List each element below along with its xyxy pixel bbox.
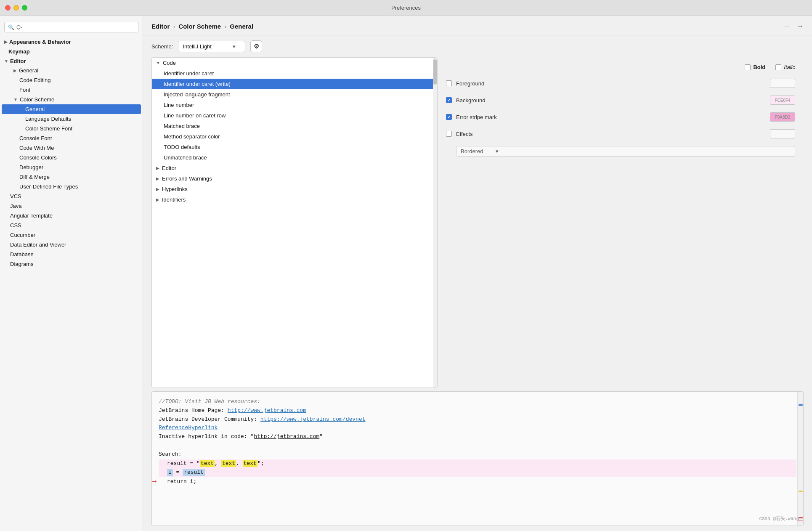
tree-item-label: Line number bbox=[164, 102, 194, 108]
tree-item-identifier-under-caret-write[interactable]: Identifier under caret (write) bbox=[152, 79, 437, 89]
bold-check[interactable]: Bold bbox=[745, 64, 765, 70]
sidebar-item-user-defined[interactable]: User-Defined File Types bbox=[2, 182, 141, 191]
tree-item-label: Method separator color bbox=[164, 133, 220, 140]
sidebar-item-debugger[interactable]: Debugger bbox=[2, 162, 141, 172]
scheme-bar: Scheme: IntelliJ Light ▾ ⚙ bbox=[143, 35, 812, 57]
sidebar-item-label: Debugger bbox=[19, 164, 43, 170]
tree-item-todo-defaults[interactable]: TODO defaults bbox=[152, 142, 437, 152]
breadcrumb-editor: Editor bbox=[151, 23, 170, 30]
sidebar-item-angular[interactable]: Angular Template bbox=[2, 211, 141, 220]
chevron-down-icon: ▼ bbox=[156, 61, 160, 65]
sidebar-item-console-font[interactable]: Console Font bbox=[2, 133, 141, 143]
italic-check[interactable]: Italic bbox=[775, 64, 795, 70]
sidebar-item-label: Database bbox=[10, 251, 34, 258]
error-stripe-checkbox[interactable] bbox=[446, 114, 452, 120]
tree-item-editor[interactable]: ▶ Editor bbox=[152, 163, 437, 173]
sidebar-item-java[interactable]: Java bbox=[2, 201, 141, 211]
sidebar-item-console-colors[interactable]: Console Colors bbox=[2, 153, 141, 162]
background-color-swatch[interactable]: FCE8F4 bbox=[770, 96, 795, 105]
sidebar-item-database[interactable]: Database bbox=[2, 250, 141, 259]
foreground-color-swatch[interactable] bbox=[770, 79, 795, 88]
chevron-right-icon: ▶ bbox=[4, 40, 8, 44]
tree-item-line-number[interactable]: Line number bbox=[152, 100, 437, 110]
close-button[interactable] bbox=[5, 5, 11, 11]
tree-item-matched-brace[interactable]: Matched brace bbox=[152, 121, 437, 131]
chevron-right-icon: ▶ bbox=[156, 166, 159, 170]
error-stripe-color-swatch[interactable]: F0A8D2 bbox=[770, 112, 795, 122]
preview-scrollbar[interactable] bbox=[797, 392, 803, 526]
sidebar-item-code-with-me[interactable]: Code With Me bbox=[2, 143, 141, 153]
search-input[interactable] bbox=[16, 24, 135, 30]
sidebar-item-keymap[interactable]: Keymap bbox=[0, 46, 143, 56]
sidebar-item-color-scheme-font[interactable]: Color Scheme Font bbox=[2, 124, 141, 133]
preview-result-keyword: result = " bbox=[167, 460, 200, 467]
minimize-button[interactable] bbox=[13, 5, 19, 11]
tree-scrollbar-thumb[interactable] bbox=[433, 59, 437, 85]
gear-icon: ⚙ bbox=[254, 42, 259, 50]
sidebar-item-diff-merge[interactable]: Diff & Merge bbox=[2, 172, 141, 182]
sidebar-item-label: Diff & Merge bbox=[19, 174, 50, 180]
sidebar-item-language-defaults[interactable]: Language Defaults bbox=[2, 114, 141, 124]
italic-checkbox[interactable] bbox=[775, 64, 781, 70]
tree-scrollbar[interactable] bbox=[433, 58, 437, 388]
effects-dropdown[interactable]: Bordered ▾ bbox=[456, 146, 795, 157]
sidebar-item-code-editing[interactable]: Code Editing bbox=[2, 75, 141, 85]
sidebar-item-diagrams[interactable]: Diagrams bbox=[2, 259, 141, 269]
effects-row: Effects bbox=[446, 129, 795, 138]
gear-button[interactable]: ⚙ bbox=[250, 40, 262, 52]
scheme-dropdown[interactable]: IntelliJ Light ▾ bbox=[178, 41, 245, 52]
error-stripe-color-value: F0A8D2 bbox=[775, 115, 791, 119]
sidebar-item-label: Language Defaults bbox=[25, 116, 71, 122]
scheme-value: IntelliJ Light bbox=[183, 43, 212, 50]
tree-item-method-separator[interactable]: Method separator color bbox=[152, 131, 437, 142]
sidebar-item-appearance[interactable]: ▶ Appearance & Behavior bbox=[0, 37, 143, 46]
tree-item-unmatched-brace[interactable]: Unmatched brace bbox=[152, 152, 437, 163]
effects-color-swatch[interactable] bbox=[770, 129, 795, 138]
tree-item-identifier-under-caret[interactable]: Identifier under caret bbox=[152, 68, 437, 79]
tree-item-code[interactable]: ▼ Code bbox=[152, 58, 437, 68]
preview-line-3: JetBrains Developer Community: https://w… bbox=[159, 415, 796, 424]
preview-code-line3: return i; bbox=[159, 478, 796, 486]
breadcrumb-general: General bbox=[230, 23, 253, 30]
sidebar-search-container[interactable]: 🔍 bbox=[4, 22, 138, 32]
effects-label: Effects bbox=[456, 131, 766, 137]
tree-item-label: TODO defaults bbox=[164, 144, 200, 150]
sidebar-item-data-editor[interactable]: Data Editor and Viewer bbox=[2, 240, 141, 250]
tree-item-hyperlinks[interactable]: ▶ Hyperlinks bbox=[152, 184, 437, 194]
window-controls[interactable] bbox=[5, 5, 27, 11]
preview-line-1: //TODO: Visit JB Web resources: bbox=[159, 398, 796, 406]
foreground-checkbox[interactable] bbox=[446, 80, 452, 86]
sidebar-item-vcs[interactable]: VCS bbox=[2, 191, 141, 201]
sidebar-item-font[interactable]: Font bbox=[2, 85, 141, 95]
chevron-down-icon: ▼ bbox=[4, 59, 8, 64]
preview-devnet-link[interactable]: https://www.jetbrains.com/devnet bbox=[260, 416, 366, 422]
preview-jetbrains-link[interactable]: http://www.jetbrains.com bbox=[228, 407, 306, 414]
effects-checkbox[interactable] bbox=[446, 131, 452, 137]
tree-item-label: Line number on caret row bbox=[164, 112, 226, 119]
nav-arrows: ← → bbox=[783, 22, 804, 31]
back-button[interactable]: ← bbox=[783, 22, 791, 31]
sidebar-item-label: Code With Me bbox=[19, 145, 54, 151]
sidebar-item-css[interactable]: CSS bbox=[2, 220, 141, 230]
sidebar-item-editor[interactable]: ▼ Editor bbox=[0, 56, 143, 66]
maximize-button[interactable] bbox=[22, 5, 27, 11]
tree-scroll[interactable]: ▼ Code Identifier under caret Identifier… bbox=[152, 58, 437, 388]
breadcrumb-color-scheme: Color Scheme bbox=[178, 23, 221, 30]
bold-checkbox[interactable] bbox=[745, 64, 751, 70]
sidebar-item-general-cs[interactable]: General bbox=[2, 104, 141, 114]
sidebar-item-general[interactable]: ▶ General bbox=[2, 66, 141, 75]
tree-item-label: Identifiers bbox=[162, 196, 186, 203]
background-row: Background FCE8F4 bbox=[446, 96, 795, 105]
tree-item-identifiers[interactable]: ▶ Identifiers bbox=[152, 194, 437, 205]
sidebar-item-cucumber[interactable]: Cucumber bbox=[2, 230, 141, 240]
preview-semicolon: "; bbox=[257, 460, 264, 467]
preview-search-label: Search: bbox=[159, 450, 796, 459]
tree-item-errors-warnings[interactable]: ▶ Errors and Warnings bbox=[152, 173, 437, 184]
preview-return: return i; bbox=[167, 478, 196, 485]
tree-item-line-number-caret-row[interactable]: Line number on caret row bbox=[152, 110, 437, 121]
background-checkbox[interactable] bbox=[446, 97, 452, 103]
tree-item-injected[interactable]: Injected language fragment bbox=[152, 89, 437, 100]
preview-reference-link[interactable]: ReferenceHyperlink bbox=[159, 425, 218, 431]
sidebar-item-color-scheme[interactable]: ▼ Color Scheme bbox=[2, 95, 141, 104]
forward-button[interactable]: → bbox=[796, 22, 804, 31]
